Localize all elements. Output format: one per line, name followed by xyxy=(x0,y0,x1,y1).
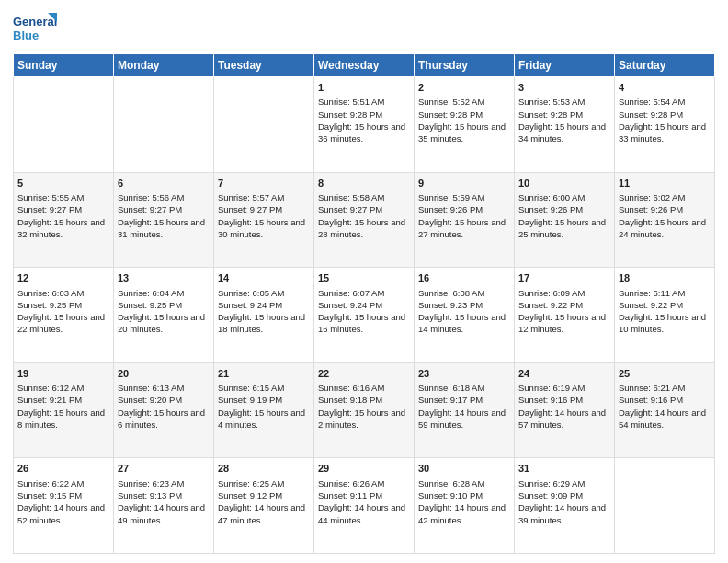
day-cell-30: 30Sunrise: 6:28 AMSunset: 9:10 PMDayligh… xyxy=(415,458,515,554)
day-info-line: Daylight: 15 hours and 22 minutes. xyxy=(17,311,109,336)
day-info-line: Sunrise: 6:15 AM xyxy=(218,382,310,394)
svg-text:Blue: Blue xyxy=(13,29,39,42)
day-number: 17 xyxy=(518,271,610,285)
day-info-line: Sunset: 9:27 PM xyxy=(318,203,410,215)
day-info-line: Daylight: 15 hours and 30 minutes. xyxy=(218,216,310,241)
day-info-line: Sunset: 9:18 PM xyxy=(318,394,410,406)
day-info-line: Sunrise: 6:23 AM xyxy=(118,477,210,489)
day-info-line: Sunset: 9:13 PM xyxy=(118,489,210,501)
day-info-line: Sunset: 9:22 PM xyxy=(518,299,610,311)
day-info-line: Daylight: 15 hours and 24 minutes. xyxy=(619,216,711,241)
day-number: 4 xyxy=(619,81,711,95)
day-info-line: Sunrise: 6:18 AM xyxy=(418,382,510,394)
day-number: 26 xyxy=(17,462,109,476)
day-info-line: Daylight: 14 hours and 57 minutes. xyxy=(518,407,610,431)
day-cell-17: 17Sunrise: 6:09 AMSunset: 9:22 PMDayligh… xyxy=(515,268,615,363)
weekday-monday: Monday xyxy=(114,54,214,77)
day-cell-29: 29Sunrise: 6:26 AMSunset: 9:11 PMDayligh… xyxy=(314,458,415,554)
day-info-line: Daylight: 15 hours and 4 minutes. xyxy=(218,407,310,431)
day-number: 19 xyxy=(17,367,109,381)
day-info-line: Daylight: 15 hours and 25 minutes. xyxy=(518,216,610,241)
day-info-line: Daylight: 15 hours and 20 minutes. xyxy=(118,311,210,336)
day-info-line: Sunrise: 6:02 AM xyxy=(619,191,711,203)
day-cell-9: 9Sunrise: 5:59 AMSunset: 9:26 PMDaylight… xyxy=(415,172,515,268)
day-info-line: Daylight: 15 hours and 10 minutes. xyxy=(619,311,711,336)
day-info-line: Sunset: 9:15 PM xyxy=(17,489,109,501)
day-number: 12 xyxy=(17,271,109,285)
day-cell-27: 27Sunrise: 6:23 AMSunset: 9:13 PMDayligh… xyxy=(114,458,214,554)
day-info-line: Sunrise: 6:25 AM xyxy=(218,477,310,489)
calendar-table: SundayMondayTuesdayWednesdayThursdayFrid… xyxy=(13,53,715,554)
day-info-line: Sunrise: 6:07 AM xyxy=(318,287,410,299)
day-info-line: Sunset: 9:19 PM xyxy=(218,394,310,406)
day-info-line: Daylight: 14 hours and 54 minutes. xyxy=(619,407,711,431)
day-number: 24 xyxy=(518,367,610,381)
day-cell-24: 24Sunrise: 6:19 AMSunset: 9:16 PMDayligh… xyxy=(515,362,615,458)
day-number: 3 xyxy=(518,81,610,95)
day-number: 30 xyxy=(418,462,510,476)
weekday-friday: Friday xyxy=(515,54,615,77)
day-info-line: Sunrise: 6:16 AM xyxy=(318,382,410,394)
weekday-tuesday: Tuesday xyxy=(214,54,314,77)
empty-cell xyxy=(615,458,715,554)
weekday-sunday: Sunday xyxy=(14,54,114,77)
day-info-line: Sunset: 9:17 PM xyxy=(418,394,510,406)
day-info-line: Sunset: 9:25 PM xyxy=(17,299,109,311)
day-cell-5: 5Sunrise: 5:55 AMSunset: 9:27 PMDaylight… xyxy=(14,172,114,268)
day-info-line: Sunset: 9:28 PM xyxy=(318,109,410,121)
day-number: 27 xyxy=(118,462,210,476)
day-info-line: Sunset: 9:26 PM xyxy=(418,203,510,215)
day-info-line: Sunset: 9:28 PM xyxy=(619,109,711,121)
day-info-line: Daylight: 15 hours and 27 minutes. xyxy=(418,216,510,241)
logo-svg: GeneralBlue xyxy=(13,9,59,46)
day-info-line: Daylight: 14 hours and 44 minutes. xyxy=(318,501,410,526)
day-info-line: Sunrise: 6:28 AM xyxy=(418,477,510,489)
day-info-line: Daylight: 15 hours and 36 minutes. xyxy=(318,121,410,145)
day-number: 10 xyxy=(518,177,610,190)
day-info-line: Sunrise: 6:08 AM xyxy=(418,287,510,299)
day-info-line: Sunrise: 5:53 AM xyxy=(518,96,610,108)
day-info-line: Sunrise: 5:54 AM xyxy=(619,96,711,108)
day-info-line: Daylight: 14 hours and 47 minutes. xyxy=(218,501,310,526)
day-info-line: Daylight: 15 hours and 2 minutes. xyxy=(318,407,410,431)
day-info-line: Daylight: 14 hours and 52 minutes. xyxy=(17,501,109,526)
week-row-0: 1Sunrise: 5:51 AMSunset: 9:28 PMDaylight… xyxy=(14,77,715,173)
week-row-3: 19Sunrise: 6:12 AMSunset: 9:21 PMDayligh… xyxy=(14,362,715,458)
day-number: 29 xyxy=(318,462,410,476)
day-info-line: Sunset: 9:20 PM xyxy=(118,394,210,406)
day-info-line: Sunset: 9:21 PM xyxy=(17,394,109,406)
day-cell-19: 19Sunrise: 6:12 AMSunset: 9:21 PMDayligh… xyxy=(14,362,114,458)
day-info-line: Daylight: 15 hours and 16 minutes. xyxy=(318,311,410,336)
week-row-1: 5Sunrise: 5:55 AMSunset: 9:27 PMDaylight… xyxy=(14,172,715,268)
day-info-line: Daylight: 15 hours and 8 minutes. xyxy=(17,407,109,431)
day-info-line: Sunset: 9:24 PM xyxy=(318,299,410,311)
day-info-line: Sunrise: 5:58 AM xyxy=(318,191,410,203)
day-info-line: Daylight: 14 hours and 59 minutes. xyxy=(418,407,510,431)
weekday-wednesday: Wednesday xyxy=(314,54,415,77)
day-info-line: Sunset: 9:28 PM xyxy=(518,109,610,121)
day-info-line: Sunset: 9:26 PM xyxy=(619,203,711,215)
day-cell-1: 1Sunrise: 5:51 AMSunset: 9:28 PMDaylight… xyxy=(314,77,415,173)
day-info-line: Sunrise: 6:21 AM xyxy=(619,382,711,394)
day-info-line: Daylight: 15 hours and 6 minutes. xyxy=(118,407,210,431)
day-cell-11: 11Sunrise: 6:02 AMSunset: 9:26 PMDayligh… xyxy=(615,172,715,268)
day-info-line: Sunset: 9:16 PM xyxy=(619,394,711,406)
day-number: 23 xyxy=(418,367,510,381)
day-cell-10: 10Sunrise: 6:00 AMSunset: 9:26 PMDayligh… xyxy=(515,172,615,268)
day-cell-31: 31Sunrise: 6:29 AMSunset: 9:09 PMDayligh… xyxy=(515,458,615,554)
day-info-line: Daylight: 15 hours and 31 minutes. xyxy=(118,216,210,241)
day-number: 20 xyxy=(118,367,210,381)
day-info-line: Sunrise: 5:57 AM xyxy=(218,191,310,203)
day-info-line: Sunrise: 6:03 AM xyxy=(17,287,109,299)
empty-cell xyxy=(14,77,114,173)
day-info-line: Daylight: 14 hours and 49 minutes. xyxy=(118,501,210,526)
day-number: 25 xyxy=(619,367,711,381)
day-info-line: Sunset: 9:24 PM xyxy=(218,299,310,311)
day-info-line: Sunrise: 6:13 AM xyxy=(118,382,210,394)
day-info-line: Sunset: 9:27 PM xyxy=(17,203,109,215)
day-cell-23: 23Sunrise: 6:18 AMSunset: 9:17 PMDayligh… xyxy=(415,362,515,458)
day-info-line: Sunrise: 6:04 AM xyxy=(118,287,210,299)
day-info-line: Daylight: 15 hours and 35 minutes. xyxy=(418,121,510,145)
day-info-line: Sunset: 9:10 PM xyxy=(418,489,510,501)
day-number: 11 xyxy=(619,177,711,190)
